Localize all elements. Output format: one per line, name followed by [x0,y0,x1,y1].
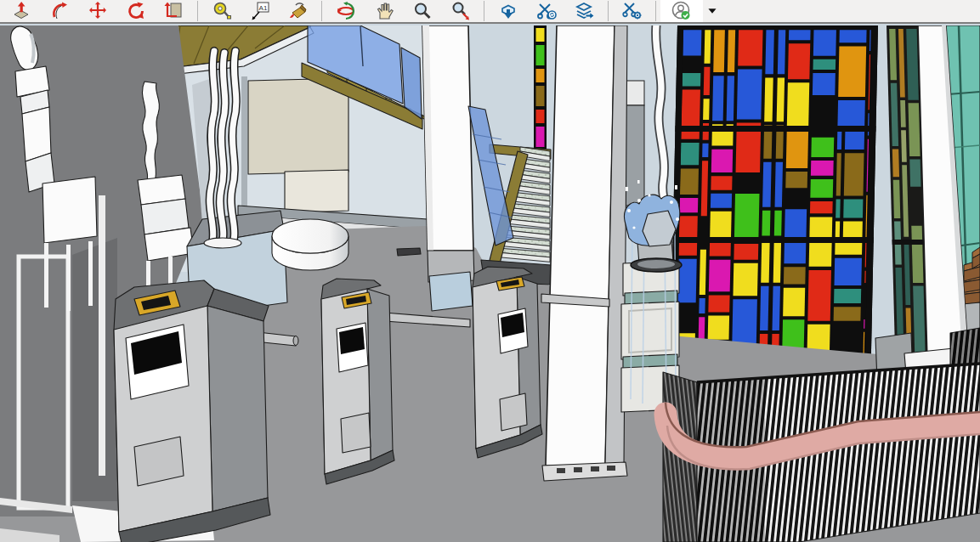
push-pull-button[interactable] [2,0,40,22]
zoom-extents-button[interactable] [441,0,479,22]
move-button[interactable] [78,0,116,22]
text-button[interactable]: A1 [241,0,279,22]
wavy-sculpture [204,51,241,248]
column-left [422,25,474,311]
toolbar-separator [655,1,656,21]
pan-button[interactable] [365,0,403,22]
pan-icon [374,1,394,21]
section-cut-settings-icon [622,1,643,21]
toolbar-separator [484,1,484,21]
account-avatar-icon [671,1,692,21]
sketchup-window: A1 [0,0,980,542]
paint-bucket-button[interactable] [279,0,317,22]
tape-measure-icon [212,1,232,21]
section-cut-settings-button[interactable] [613,0,651,22]
orbit-button[interactable] [326,0,365,22]
rotate-icon [126,1,146,21]
section-cut-sync-icon [536,1,557,21]
follow-me-button[interactable] [40,0,78,22]
account-avatar-button[interactable] [660,0,703,22]
toolbar-separator [321,1,322,21]
reception-desk [663,364,980,542]
model-download-icon [498,1,518,21]
toolbar: A1 [0,0,980,24]
follow-me-icon [49,1,70,21]
offset-button[interactable] [155,0,193,22]
section-cut-sync-button[interactable] [527,0,565,22]
floor-vent [397,248,421,256]
model-download-button[interactable] [489,0,527,22]
offset-icon [164,1,184,21]
zoom-icon [412,1,433,21]
push-pull-icon [11,1,31,21]
zoom-extents-icon [450,1,471,21]
toolbar-separator [197,1,198,21]
zoom-button[interactable] [403,0,441,22]
column-center [542,25,627,481]
text-icon: A1 [250,1,270,21]
account-caret-icon [703,1,722,21]
paint-bucket-icon [288,1,309,21]
tape-measure-button[interactable] [202,0,241,22]
move-icon [88,1,108,21]
orbit-icon [336,1,356,21]
cylinder-desk [272,219,348,270]
3d-viewport[interactable] [0,25,980,542]
layers-forward-button[interactable] [565,0,603,22]
account-caret-button[interactable] [703,0,722,22]
layers-forward-icon [575,1,595,21]
toolbar-separator [608,1,609,21]
svg-text:A1: A1 [258,4,267,12]
stained-glass-strip [534,25,547,153]
rotate-button[interactable] [116,0,155,22]
